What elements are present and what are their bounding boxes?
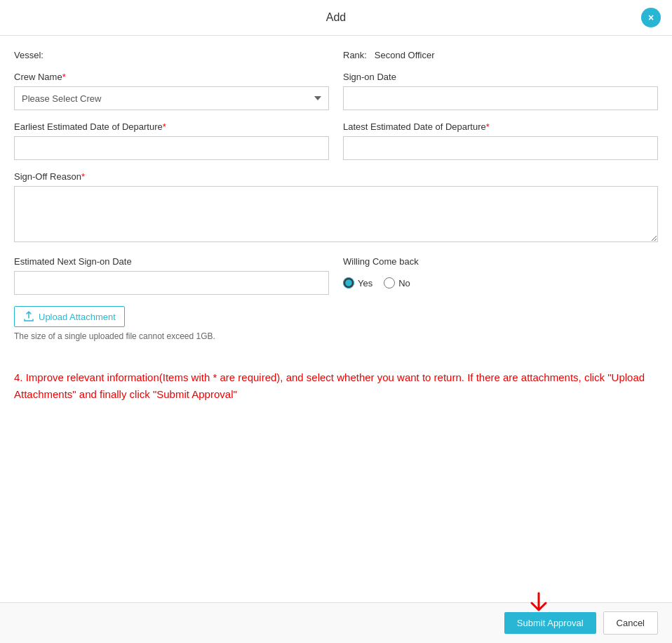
sign-on-date-input[interactable] [343,86,658,110]
earliest-departure-label: Earliest Estimated Date of Departure* [14,121,329,132]
upload-section: Upload Attachment The size of a single u… [14,306,658,341]
rank-label: Rank: [343,50,367,60]
instruction-text: 4. Improve relevant information(Items wi… [14,362,658,410]
upload-icon [23,311,34,322]
earliest-departure-input[interactable] [14,136,329,160]
next-signon-label: Estimated Next Sign-on Date [14,256,329,267]
yes-label: Yes [358,278,372,289]
departure-dates-row: Earliest Estimated Date of Departure* La… [14,121,658,160]
modal-body: Vessel: Rank: Second Officer Crew Name* … [0,36,672,602]
vessel-rank-row: Vessel: Rank: Second Officer [14,50,658,60]
next-signon-willing-row: Estimated Next Sign-on Date Willing Come… [14,256,658,295]
latest-departure-label: Latest Estimated Date of Departure* [343,121,658,132]
sign-on-date-col: Sign-on Date [343,72,658,110]
no-radio-label[interactable]: No [384,277,410,289]
latest-required: * [486,121,490,132]
modal-header: Add × [0,0,672,36]
willing-comeback-radios: Yes No [343,271,658,295]
next-signon-input[interactable] [14,271,329,295]
signoff-reason-col: Sign-Off Reason* [14,171,658,245]
no-label: No [398,278,410,289]
rank-info: Rank: Second Officer [343,50,658,60]
crew-name-select[interactable]: Please Select Crew [14,86,329,110]
latest-departure-input[interactable] [343,136,658,160]
earliest-departure-col: Earliest Estimated Date of Departure* [14,121,329,160]
signoff-reason-textarea[interactable] [14,186,658,242]
crew-name-col: Crew Name* Please Select Crew [14,72,329,110]
signoff-reason-label: Sign-Off Reason* [14,171,658,182]
next-signon-col: Estimated Next Sign-on Date [14,256,329,295]
upload-attachment-button[interactable]: Upload Attachment [14,306,125,327]
vessel-label: Vessel: [14,50,329,60]
yes-radio[interactable] [343,277,354,289]
earliest-required: * [163,121,166,132]
crew-name-label: Crew Name* [14,72,329,82]
arrow-indicator [526,590,551,618]
close-button[interactable]: × [641,8,661,27]
rank-value: Second Officer [375,50,435,60]
modal-title: Add [326,11,346,24]
crew-signondate-row: Crew Name* Please Select Crew Sign-on Da… [14,72,658,110]
willing-comeback-label: Willing Come back [343,256,658,267]
modal-footer: Submit Approval Cancel [0,602,672,643]
signoff-required: * [81,171,85,182]
willing-comeback-col: Willing Come back Yes No [343,256,658,295]
no-radio[interactable] [384,277,395,289]
modal-container: Add × Vessel: Rank: Second Officer Crew … [0,0,672,643]
crew-name-required: * [62,72,66,82]
modal-overlay: Add × Vessel: Rank: Second Officer Crew … [0,0,672,643]
upload-note: The size of a single uploaded file canno… [14,331,658,341]
latest-departure-col: Latest Estimated Date of Departure* [343,121,658,160]
arrow-down-icon [526,590,551,616]
signoff-reason-row: Sign-Off Reason* [14,171,658,245]
cancel-button[interactable]: Cancel [603,611,658,635]
sign-on-date-label: Sign-on Date [343,72,658,82]
yes-radio-label[interactable]: Yes [343,277,372,289]
